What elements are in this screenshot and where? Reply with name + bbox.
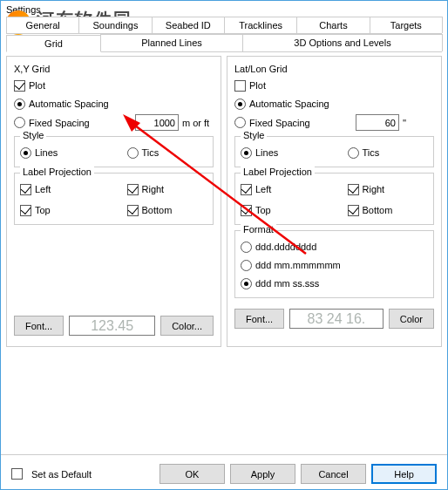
latlon-tics-label: Tics: [363, 147, 380, 158]
xy-button-row: Font... 123.45 Color...: [14, 316, 214, 336]
latlon-top-check[interactable]: Top: [241, 202, 322, 218]
format-2-radio[interactable]: ddd mm.mmmmmm: [241, 257, 428, 273]
latlon-labelproj-title: Label Projection: [241, 167, 315, 177]
checkbox-icon: [127, 205, 139, 216]
format-3-radio[interactable]: ddd mm ss.sss: [241, 276, 428, 291]
tab-3d-options[interactable]: 3D Options and Levels: [242, 34, 443, 51]
latlon-title: Lat/Lon Grid: [234, 64, 434, 74]
checkbox-icon[interactable]: [11, 468, 23, 480]
xy-font-button[interactable]: Font...: [14, 316, 64, 336]
latlon-auto-label: Automatic Spacing: [249, 99, 329, 109]
xy-tics-label: Tics: [142, 147, 160, 158]
checkbox-icon: [348, 184, 359, 195]
xy-right-check[interactable]: Right: [127, 181, 208, 197]
xy-labelproj-group: Label Projection Left Right Top Bottom: [14, 173, 214, 225]
latlon-fixed-row[interactable]: Fixed Spacing '': [234, 114, 434, 131]
format-1-label: ddd.dddddddd: [255, 242, 316, 252]
checkbox-icon: [14, 80, 25, 92]
latlon-top-label: Top: [255, 205, 271, 215]
radio-icon: [127, 147, 139, 159]
checkbox-icon: [127, 184, 139, 195]
radio-icon: [14, 117, 25, 128]
tabs-container: General Soundings Seabed ID Tracklines C…: [6, 17, 442, 52]
xy-style-title: Style: [20, 130, 46, 140]
latlon-button-row: Font... 83 24 16. Color: [234, 309, 434, 329]
tab-row-2: Grid Planned Lines 3D Options and Levels: [6, 34, 442, 52]
xy-left-check[interactable]: Left: [20, 181, 101, 197]
latlon-lines-label: Lines: [255, 147, 278, 158]
latlon-color-button[interactable]: Color: [389, 309, 434, 329]
tab-planned-lines[interactable]: Planned Lines: [100, 34, 243, 51]
xy-right-label: Right: [142, 184, 165, 194]
tab-grid[interactable]: Grid: [6, 35, 101, 52]
latlon-right-check[interactable]: Right: [348, 181, 429, 197]
format-2-label: ddd mm.mmmmmm: [255, 260, 341, 270]
latlon-bottom-label: Bottom: [363, 205, 393, 215]
latlon-format-group: Format ddd.dddddddd ddd mm.mmmmmm ddd mm…: [234, 230, 434, 298]
xy-bottom-check[interactable]: Bottom: [127, 202, 208, 218]
xy-grid-panel: X,Y Grid Plot Automatic Spacing Fixed Sp…: [6, 56, 221, 347]
latlon-font-button[interactable]: Font...: [234, 309, 284, 329]
cancel-button[interactable]: Cancel: [301, 464, 366, 484]
tab-seabed-id[interactable]: Seabed ID: [152, 17, 225, 33]
latlon-preview: 83 24 16.: [289, 309, 384, 329]
latlon-style-group: Style Lines Tics: [234, 136, 434, 167]
help-button[interactable]: Help: [371, 464, 437, 484]
checkbox-icon: [234, 80, 246, 92]
xy-left-label: Left: [35, 184, 51, 194]
radio-icon: [348, 147, 359, 159]
radio-icon: [20, 147, 31, 159]
tab-charts[interactable]: Charts: [296, 17, 370, 33]
latlon-fixed-input[interactable]: [356, 114, 399, 131]
latlon-style-title: Style: [241, 130, 267, 140]
format-1-radio[interactable]: ddd.dddddddd: [241, 239, 428, 255]
dialog-button-bar: Set as Default OK Apply Cancel Help: [1, 454, 447, 484]
xy-unit-label: m or ft: [182, 118, 214, 128]
latlon-lines-radio[interactable]: Lines: [241, 145, 322, 160]
xy-top-check[interactable]: Top: [20, 202, 101, 218]
ok-button[interactable]: OK: [160, 464, 225, 484]
latlon-left-check[interactable]: Left: [241, 181, 322, 197]
radio-icon: [14, 99, 25, 110]
xy-auto-spacing-row[interactable]: Automatic Spacing: [14, 96, 214, 112]
xy-fixed-label: Fixed Spacing: [29, 118, 90, 128]
content-area: X,Y Grid Plot Automatic Spacing Fixed Sp…: [1, 52, 447, 350]
xy-preview: 123.45: [69, 316, 155, 336]
set-default-label[interactable]: Set as Default: [31, 469, 92, 480]
radio-icon: [241, 278, 252, 289]
latlon-tics-radio[interactable]: Tics: [348, 145, 429, 160]
latlon-bottom-check[interactable]: Bottom: [348, 202, 429, 218]
xy-auto-label: Automatic Spacing: [29, 99, 109, 109]
tab-general[interactable]: General: [6, 17, 79, 33]
latlon-plot-row[interactable]: Plot: [234, 78, 434, 93]
checkbox-icon: [348, 205, 359, 216]
xy-lines-label: Lines: [35, 147, 58, 158]
latlon-plot-label: Plot: [249, 80, 266, 91]
radio-icon: [234, 117, 246, 128]
latlon-unit-label: '': [403, 118, 434, 128]
xy-fixed-spacing-row[interactable]: Fixed Spacing m or ft: [14, 114, 214, 131]
latlon-labelproj-group: Label Projection Left Right Top Bottom: [234, 173, 434, 225]
xy-labelproj-title: Label Projection: [20, 167, 94, 177]
checkbox-icon: [20, 184, 31, 195]
apply-button[interactable]: Apply: [230, 464, 295, 484]
xy-top-label: Top: [35, 205, 51, 215]
tab-tracklines[interactable]: Tracklines: [224, 17, 297, 33]
window-title: Settings: [1, 1, 447, 17]
checkbox-icon: [20, 205, 31, 216]
tab-targets[interactable]: Targets: [370, 17, 443, 33]
latlon-format-title: Format: [241, 224, 276, 235]
xy-plot-row[interactable]: Plot: [14, 78, 214, 93]
xy-tics-radio[interactable]: Tics: [127, 145, 208, 160]
xy-color-button[interactable]: Color...: [160, 316, 214, 336]
latlon-auto-row[interactable]: Automatic Spacing: [234, 96, 434, 112]
latlon-fixed-label: Fixed Spacing: [249, 118, 310, 128]
radio-icon: [234, 99, 246, 110]
tab-row-1: General Soundings Seabed ID Tracklines C…: [6, 17, 442, 34]
radio-icon: [241, 147, 252, 159]
radio-icon: [241, 260, 252, 271]
tab-soundings[interactable]: Soundings: [78, 17, 152, 33]
xy-lines-radio[interactable]: Lines: [20, 145, 101, 160]
xy-fixed-input[interactable]: [135, 114, 179, 131]
latlon-left-label: Left: [255, 184, 271, 194]
